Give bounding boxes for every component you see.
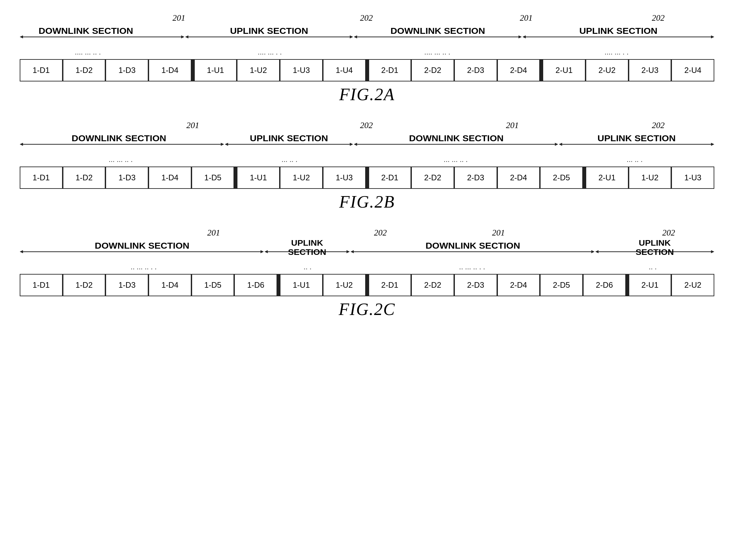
- svg-marker-1: [20, 35, 23, 38]
- cell-2d3: 2-D3: [454, 59, 497, 81]
- svg-text:...  ...  ..  .: ... ... .. .: [109, 155, 133, 164]
- cell-c-1d3: 1-D3: [105, 274, 148, 296]
- fig-label-2a: FIG.2A: [20, 85, 714, 104]
- svg-marker-21: [20, 143, 23, 146]
- cell-2d1: 2-D1: [368, 59, 411, 81]
- svg-text:....  ...  .  .: .... ... . .: [605, 48, 629, 56]
- svg-text:UPLINK SECTION: UPLINK SECTION: [597, 134, 676, 143]
- figure-2b: 201 202 201 202 DOWNLINK SECTION UPLINK …: [20, 121, 714, 218]
- svg-marker-33: [559, 143, 562, 146]
- cell-1u4: 1-U4: [323, 59, 366, 81]
- num-201-2: 201: [520, 13, 533, 23]
- sep-b1: [234, 167, 237, 189]
- cells-2a: 1-D1 1-D2 1-D3 1-D4 1-U1 1-U2 1-U3 1-U4 …: [20, 59, 714, 81]
- num-202-1b: 202: [360, 121, 373, 130]
- cells-2c: 1-D1 1-D2 1-D3 1-D4 1-D5 1-D6 1-U1 1-U2 …: [20, 274, 714, 296]
- cell-c-1d4: 1-D4: [148, 274, 191, 296]
- num-201-2c: 201: [492, 228, 505, 238]
- svg-marker-6: [350, 35, 353, 38]
- svg-text:DOWNLINK SECTION: DOWNLINK SECTION: [390, 26, 485, 36]
- svg-text:..  .: .. .: [303, 263, 311, 271]
- num-201-1b: 201: [187, 121, 199, 130]
- num-202-2: 202: [652, 13, 665, 23]
- svg-text:DOWNLINK SECTION: DOWNLINK SECTION: [95, 241, 189, 251]
- diagram-2c: 201 202 201 202 DOWNLINK SECTION UPLINK …: [20, 228, 714, 296]
- arrows-2a: DOWNLINK SECTION UPLINK SECTION DOWNLINK…: [20, 26, 714, 46]
- arrows-2c: DOWNLINK SECTION UPLINK SECTION DOWNLINK…: [20, 241, 714, 261]
- svg-text:....  ...  .  .: .... ... . .: [258, 48, 282, 56]
- cell-1d4: 1-D4: [148, 59, 191, 81]
- svg-marker-26: [350, 143, 353, 146]
- svg-text:...  ..  .: ... .. .: [281, 155, 298, 164]
- cell-1d1: 1-D1: [20, 59, 63, 81]
- num-201-1c: 201: [207, 228, 220, 238]
- num-labels-2b: 201 202 201 202: [20, 121, 714, 134]
- svg-text:....  ...  ..  .: .... ... .. .: [424, 48, 450, 56]
- svg-text:..  .: .. .: [649, 263, 656, 271]
- cell-b-2d3: 2-D3: [454, 167, 497, 189]
- svg-marker-5: [185, 35, 189, 38]
- svg-marker-10: [519, 35, 522, 38]
- cells-2b: 1-D1 1-D2 1-D3 1-D4 1-D5 1-U1 1-U2 1-U3 …: [20, 167, 714, 189]
- svg-marker-46: [346, 250, 350, 253]
- cell-1u2: 1-U2: [237, 59, 280, 81]
- cell-1u3: 1-U3: [280, 59, 323, 81]
- svg-marker-34: [711, 143, 714, 146]
- fig-label-2c: FIG.2C: [20, 300, 714, 319]
- sep-b2: [366, 167, 368, 189]
- cell-2d2: 2-D2: [411, 59, 454, 81]
- sep1: [191, 59, 194, 81]
- cell-b-1u3b: 1-U3: [671, 167, 714, 189]
- cell-c-1d2: 1-D2: [63, 274, 106, 296]
- cell-b-2d5: 2-D5: [540, 167, 583, 189]
- svg-marker-41: [20, 250, 23, 253]
- svg-marker-45: [264, 250, 268, 253]
- dots-2b: ... ... .. . ... .. . ... ... .. . ... .…: [20, 155, 714, 165]
- cell-b-2u1: 2-U1: [586, 167, 629, 189]
- svg-marker-55: [711, 250, 714, 253]
- cell-b-1u3: 1-U3: [323, 167, 366, 189]
- cell-b-1u2: 1-U2: [280, 167, 323, 189]
- num-202-2c: 202: [662, 228, 675, 238]
- sep2: [366, 59, 368, 81]
- svg-marker-29: [354, 143, 357, 146]
- cell-c-2d6: 2-D6: [583, 274, 626, 296]
- diagram-2b: 201 202 201 202 DOWNLINK SECTION UPLINK …: [20, 121, 714, 189]
- svg-text:DOWNLINK SECTION: DOWNLINK SECTION: [409, 134, 503, 143]
- cell-b-2d2: 2-D2: [411, 167, 454, 189]
- svg-marker-42: [260, 250, 264, 253]
- cell-b-1d5: 1-D5: [191, 167, 234, 189]
- svg-marker-54: [595, 250, 598, 253]
- num-201-1: 201: [172, 13, 185, 23]
- num-201-2b: 201: [506, 121, 519, 130]
- cell-b-2d1: 2-D1: [368, 167, 411, 189]
- dots-2c: .. ... .. . . .. . .. ... .. . . .. .: [20, 262, 714, 273]
- sep-b3: [583, 167, 586, 189]
- svg-text:..  ...  ..  .  .: .. ... .. . .: [131, 263, 157, 271]
- figure-2c: 201 202 201 202 DOWNLINK SECTION UPLINK …: [20, 228, 714, 325]
- cell-c-1d1: 1-D1: [20, 274, 63, 296]
- num-labels-2c: 201 202 201 202: [20, 228, 714, 241]
- cell-b-1d1: 1-D1: [20, 167, 63, 189]
- svg-marker-22: [221, 143, 224, 146]
- cell-2u3: 2-U3: [629, 59, 672, 81]
- svg-text:...  ..  .: ... .. .: [627, 155, 643, 164]
- svg-marker-9: [354, 35, 357, 38]
- num-202-1: 202: [360, 13, 373, 23]
- cell-c-1d5: 1-D5: [191, 274, 234, 296]
- svg-marker-2: [181, 35, 184, 38]
- cell-b-1u2b: 1-U2: [629, 167, 672, 189]
- svg-text:DOWNLINK SECTION: DOWNLINK SECTION: [38, 26, 133, 36]
- figure-2a: 201 202 201 202 DOWNLINK SECTION UPLINK …: [20, 13, 714, 111]
- cell-1d3: 1-D3: [105, 59, 148, 81]
- svg-marker-30: [555, 143, 558, 146]
- svg-text:SECTION: SECTION: [636, 248, 674, 257]
- fig-label-2b: FIG.2B: [20, 192, 714, 212]
- svg-marker-25: [225, 143, 228, 146]
- cell-2d4: 2-D4: [497, 59, 540, 81]
- sep-c1: [277, 274, 280, 296]
- cell-b-1d4: 1-D4: [148, 167, 191, 189]
- cell-c-1d6: 1-D6: [234, 274, 277, 296]
- cell-c-2u2: 2-U2: [671, 274, 714, 296]
- cell-1d2: 1-D2: [63, 59, 106, 81]
